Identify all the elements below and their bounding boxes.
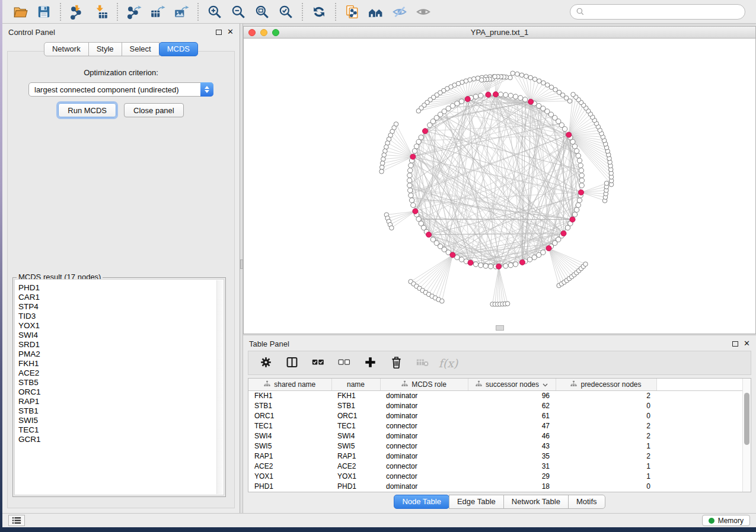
close-panel-button[interactable]: Close panel [124, 103, 184, 117]
float-window-icon[interactable] [216, 30, 222, 35]
export-network-button[interactable] [122, 2, 146, 22]
network-canvas[interactable] [243, 39, 756, 334]
search-box[interactable] [570, 4, 745, 20]
duplicate-network-button[interactable] [340, 2, 364, 22]
table-row[interactable]: STB1STB1dominator620 [248, 400, 742, 411]
tab-style[interactable]: Style [88, 42, 122, 56]
table-scrollbar[interactable] [742, 379, 751, 492]
tab-select[interactable]: Select [122, 42, 160, 56]
column-header-predecessor-nodes[interactable]: predecessor nodes [556, 379, 656, 390]
mcds-node-item[interactable]: CAR1 [15, 293, 224, 302]
export-table-button[interactable] [146, 2, 170, 22]
table-settings-gear-button[interactable] [256, 354, 276, 373]
first-neighbors-button[interactable] [364, 2, 388, 22]
control-panel-header: Control Panel ✕ [2, 24, 240, 38]
zoom-fit-button[interactable] [250, 2, 274, 22]
close-panel-icon[interactable]: ✕ [227, 29, 234, 35]
tab-node-table[interactable]: Node Table [394, 495, 449, 509]
maximize-window-traffic-light[interactable] [272, 29, 279, 36]
cell-pred: 2 [556, 421, 656, 431]
cell-filler [656, 451, 742, 461]
table-row[interactable]: YOX1YOX1connector291 [248, 471, 742, 481]
delete-table-button[interactable] [386, 354, 406, 373]
mcds-node-item[interactable]: STB1 [15, 406, 224, 416]
table-row[interactable]: PHD1PHD1dominator180 [248, 481, 742, 491]
mcds-node-item[interactable]: STB5 [15, 378, 224, 387]
export-image-button[interactable] [170, 2, 193, 22]
import-table-button[interactable] [89, 2, 113, 22]
close-window-traffic-light[interactable] [248, 29, 256, 36]
mcds-node-item[interactable]: RAP1 [15, 397, 224, 406]
open-file-button[interactable] [8, 2, 32, 22]
memory-button[interactable]: Memory [702, 515, 750, 526]
table-row[interactable]: TEC1TEC1connector472 [248, 421, 742, 431]
network-window-titlebar: YPA_prune.txt_1 [243, 26, 756, 39]
column-header-name[interactable]: name [331, 379, 380, 390]
mcds-node-item[interactable]: FKH1 [15, 359, 224, 368]
network-view-window: YPA_prune.txt_1 [243, 26, 756, 334]
run-mcds-button[interactable]: Run MCDS [58, 103, 116, 117]
table-row[interactable]: RAP1RAP1dominator352 [248, 451, 742, 461]
deselect-all-rows-icon [338, 356, 350, 370]
mcds-node-item[interactable]: TID3 [15, 312, 224, 321]
hide-selected-button[interactable] [388, 2, 412, 22]
mcds-node-item[interactable]: GCR1 [15, 435, 224, 444]
zoom-out-button[interactable] [227, 2, 250, 22]
save-session-button[interactable] [32, 2, 56, 22]
table-row[interactable]: SWI4SWI4dominator462 [248, 431, 742, 441]
delete-column-icon [416, 356, 429, 370]
toolbar-separator [197, 3, 199, 21]
search-input[interactable] [588, 7, 739, 16]
table-settings-gear-icon [260, 356, 272, 370]
mcds-list-scrollbar[interactable] [216, 280, 223, 494]
cell-succ: 62 [468, 400, 556, 411]
mcds-node-item[interactable]: STP4 [15, 302, 224, 312]
column-header-shared-name[interactable]: shared name [248, 379, 331, 390]
tab-mcds[interactable]: MCDS [159, 42, 198, 56]
deselect-all-rows-button[interactable] [334, 354, 354, 373]
mcds-result-group: MCDS result (17 nodes) PHD1CAR1STP4TID3Y… [12, 277, 226, 497]
table-row[interactable]: FKH1FKH1dominator962 [248, 390, 742, 400]
optimization-criterion-select[interactable]: largest connected component (undirected) [28, 82, 213, 97]
mcds-node-item[interactable]: YOX1 [15, 321, 224, 331]
tab-motifs[interactable]: Motifs [568, 495, 605, 509]
mcds-node-item[interactable]: SWI4 [15, 331, 224, 340]
tab-edge-table[interactable]: Edge Table [449, 495, 504, 509]
cell-shared: YOX1 [248, 471, 331, 481]
add-column-button[interactable] [360, 354, 380, 373]
mcds-node-item[interactable]: ACE2 [15, 368, 224, 378]
tab-network[interactable]: Network [44, 42, 89, 56]
refresh-view-button[interactable] [307, 2, 331, 22]
mcds-node-item[interactable]: PMA2 [15, 350, 224, 359]
minimize-window-traffic-light[interactable] [260, 29, 267, 36]
float-table-panel-icon[interactable] [732, 341, 738, 347]
table-scrollbar-thumb[interactable] [744, 393, 749, 445]
column-header-mcds-role[interactable]: MCDS role [380, 379, 468, 390]
zoom-selected-button[interactable] [274, 2, 298, 22]
cell-succ: 43 [468, 441, 556, 451]
toggle-columns-button[interactable] [282, 354, 302, 373]
cell-filler [656, 461, 742, 471]
tab-network-table[interactable]: Network Table [503, 495, 569, 509]
horizontal-splitter-grip[interactable] [496, 325, 504, 331]
cell-filler [656, 471, 742, 481]
mcds-node-item[interactable]: SWI5 [15, 416, 224, 425]
table-row[interactable]: ACE2ACE2connector311 [248, 461, 742, 471]
show-panel-list-button[interactable] [8, 515, 25, 526]
cell-filler [656, 400, 742, 411]
table-row[interactable]: ORC1ORC1dominator610 [248, 411, 742, 421]
zoom-in-button[interactable] [203, 2, 227, 22]
cell-succ: 96 [468, 390, 556, 400]
mcds-node-item[interactable]: SRD1 [15, 340, 224, 350]
close-table-panel-icon[interactable]: ✕ [744, 341, 750, 347]
cell-role: dominator [380, 400, 468, 411]
table-row[interactable]: SWI5SWI5connector431 [248, 441, 742, 451]
select-all-rows-button[interactable] [308, 354, 328, 373]
mcds-node-item[interactable]: ORC1 [15, 387, 224, 397]
column-header-successor-nodes[interactable]: successor nodes [468, 379, 556, 390]
mcds-node-item[interactable]: TEC1 [15, 425, 224, 435]
duplicate-network-icon [344, 4, 360, 20]
cytoscape-app-window: Control Panel ✕ NetworkStyleSelectMCDS O… [2, 0, 756, 527]
import-network-button[interactable] [65, 2, 89, 22]
mcds-node-item[interactable]: PHD1 [15, 283, 224, 293]
